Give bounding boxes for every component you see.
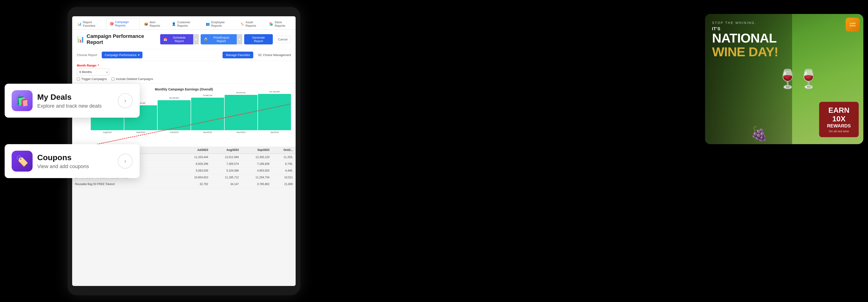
tab-campaign-reports-label: Campaign Reports	[115, 20, 136, 27]
coupons-card-text: Coupons View and add coupons	[37, 153, 113, 169]
coupons-card-subtitle: View and add coupons	[37, 163, 113, 169]
wine-day-text: WINE DAY!	[712, 45, 778, 59]
print-button-group: 🖨️ Print/Export Report ▾	[200, 34, 242, 44]
tab-customer-reports[interactable]: 👤 Customer Reports	[168, 18, 202, 29]
row-jul: 5,083,026	[180, 167, 211, 174]
calendar-icon: 📅	[163, 38, 167, 41]
item-reports-icon: 📦	[144, 22, 148, 26]
earn-10x-text: EARN 10X	[823, 106, 855, 123]
trigger-campaigns-input[interactable]	[77, 77, 80, 80]
stop-whining-text: STOP THE WHINING.	[712, 21, 778, 25]
choose-report-label: Choose Report	[77, 53, 97, 57]
row-jul: 32,792	[180, 181, 211, 188]
col-jul: Jul/2023	[180, 146, 211, 154]
row-aug: 5,104,086	[211, 167, 242, 174]
report-title-text: Campaign Performance Report	[87, 33, 160, 45]
tab-campaign-reports[interactable]: 🎯 Campaign Reports	[106, 18, 140, 29]
tab-item-reports-label: Item Reports	[149, 21, 164, 27]
report-type-dropdown[interactable]: Campaign Performance ▾	[102, 52, 142, 58]
tab-store-reports[interactable]: 🏪 Store Reports	[266, 18, 294, 29]
wine-glasses-visual: 🍷 🍷	[775, 14, 822, 144]
row-sep: 12,300,120	[242, 154, 272, 161]
row-aug: 11,185,712	[211, 174, 242, 181]
deals-card-subtitle: Explore and track new deals	[37, 103, 113, 109]
header-buttons: 📅 Schedule Report ▾ 🖨️ Print/Export Repo…	[160, 34, 291, 44]
row-aug: 34,147	[211, 181, 242, 188]
row-sep: 4,953,925	[242, 167, 272, 174]
bar-month-label: Jan/2024	[270, 131, 279, 133]
deals-card-arrow[interactable]: ›	[118, 93, 133, 108]
schedule-dropdown-button[interactable]: ▾	[193, 34, 199, 44]
report-title: 📊 Campaign Performance Report	[77, 33, 160, 45]
deals-icon-wrap: 🛍️	[12, 90, 33, 111]
deals-icon: 🛍️	[16, 95, 29, 107]
cancel-button[interactable]: Cancel	[275, 36, 291, 43]
tab-customer-reports-label: Customer Reports	[177, 21, 198, 27]
month-range-select[interactable]: 6 Months 3 Months 12 Months	[77, 69, 110, 75]
deals-card[interactable]: 🛍️ My Deals Explore and track new deals …	[5, 84, 140, 118]
row-oct: 4,446,	[272, 167, 296, 174]
coupons-card-title: Coupons	[37, 153, 113, 162]
row-name: Reusable Bag 50 FREE Tokens!	[72, 181, 180, 188]
bar: 70,000,120	[191, 98, 224, 130]
table-row: Reusable Bag 50 FREE Tokens! 32,792 34,1…	[72, 181, 296, 188]
tab-employee-reports-label: Employee Reports	[211, 21, 232, 27]
schedule-report-button[interactable]: 📅 Schedule Report	[160, 34, 193, 44]
include-deleted-checkbox[interactable]: Include Deleted Campaigns	[112, 77, 153, 81]
bar: 89,109,221	[225, 95, 258, 130]
trigger-campaigns-checkbox[interactable]: Trigger Campaigns	[77, 77, 107, 81]
tab-report-favorites[interactable]: 📊 Report Favorites	[74, 18, 105, 29]
coupons-card-arrow[interactable]: ›	[118, 154, 133, 169]
bar-group: 101,100,200Jan/2024	[258, 94, 291, 133]
wine-day-card: 🍷 🍷 🍇 Loyal4Less STOP THE WHINING. IT'S …	[705, 14, 863, 144]
asset-reports-icon: 🏷️	[240, 22, 244, 26]
row-aug: 12,012,084	[211, 154, 242, 161]
tab-item-reports[interactable]: 📦 Item Reports	[141, 18, 167, 29]
coupons-icon-wrap: 🏷️	[12, 150, 33, 172]
row-oct: 10,511	[272, 174, 296, 181]
row-oct: 21,800	[272, 181, 296, 188]
row-jul: 10,604,810	[180, 174, 211, 181]
bar-value-label: 69,159,203	[169, 97, 179, 99]
bar-group: 70,000,120Nov/2023	[191, 94, 224, 133]
report-header: 📊 Campaign Performance Report 📅 Schedule…	[72, 30, 296, 49]
company-label: SC Choice Management	[258, 53, 291, 57]
coupons-card[interactable]: 🏷️ Coupons View and add coupons ›	[5, 144, 140, 178]
print-report-button[interactable]: 🖨️ Print/Export Report	[200, 34, 237, 44]
bar: 101,100,200	[258, 94, 291, 130]
row-jul: 6,929,296	[180, 161, 211, 167]
row-aug: 7,305,574	[211, 161, 242, 167]
month-range-label: Month Range: *	[77, 64, 291, 67]
national-text: NATIONAL	[712, 31, 778, 45]
wine-text-content: STOP THE WHINING. IT'S NATIONAL WINE DAY…	[712, 21, 778, 59]
tab-asset-reports[interactable]: 🏷️ Asset Reports	[237, 18, 265, 29]
report-title-icon: 📊	[77, 36, 84, 43]
manage-favorites-button[interactable]: Manage Favorites	[222, 52, 253, 58]
bar-value-label: 70,000,120	[203, 94, 212, 97]
generate-report-button[interactable]: Generate Report	[244, 34, 273, 44]
bar-month-label: Sep/2023	[136, 131, 145, 133]
campaign-reports-icon: 🎯	[110, 22, 114, 26]
bar-month-label: Oct/2023	[170, 131, 179, 133]
row-sep: 11,294,734	[242, 174, 272, 181]
checkboxes-row: Trigger Campaigns Include Deleted Campai…	[77, 77, 291, 81]
report-favorites-icon: 📊	[78, 22, 82, 26]
employee-reports-icon: 👥	[206, 22, 210, 26]
tab-employee-reports[interactable]: 👥 Employee Reports	[202, 18, 236, 29]
schedule-button-group: 📅 Schedule Report ▾	[160, 34, 199, 44]
bar-month-label: Dec/2023	[237, 131, 246, 133]
print-dropdown-button[interactable]: ▾	[237, 34, 242, 44]
deals-card-title: My Deals	[37, 93, 113, 102]
row-sep: 3,785,862	[242, 181, 272, 188]
row-oct: 6,745,	[272, 161, 296, 167]
bar-group: 89,109,221Dec/2023	[225, 94, 258, 133]
customer-reports-icon: 👤	[172, 22, 176, 26]
bar-month-label: Nov/2023	[203, 131, 212, 133]
col-sep: Sep/2023	[242, 146, 272, 154]
include-deleted-input[interactable]	[112, 77, 115, 80]
bar-group: 69,159,203Oct/2023	[158, 94, 191, 133]
earn-rewards-text: REWARDS	[823, 123, 855, 129]
print-icon: 🖨️	[204, 38, 208, 41]
bar: 69,159,203	[158, 100, 191, 130]
bar-value-label: 101,100,200	[269, 91, 280, 93]
